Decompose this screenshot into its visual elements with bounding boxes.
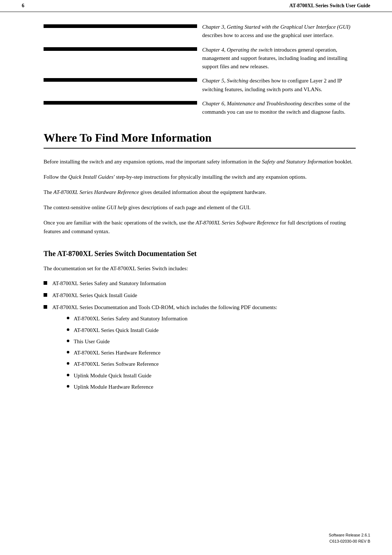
bullet-text: AT-8700XL Series Quick Install Guide <box>52 291 137 300</box>
bullet-dot-icon <box>67 340 69 342</box>
bullet-icon <box>44 281 47 285</box>
bullet-icon <box>44 101 197 105</box>
page-container: 6 AT-8700XL Series Switch User Guide Cha… <box>0 0 392 555</box>
list-item: This User Guide <box>67 337 356 346</box>
bullet-text: Chapter 6, Maintenance and Troubleshooti… <box>202 100 356 117</box>
list-item: Chapter 4, Operating the switch introduc… <box>44 46 356 71</box>
page-number: 6 <box>22 3 24 9</box>
bullet-icon <box>44 293 47 297</box>
doc-list: AT-8700XL Series Safety and Statutory In… <box>44 279 356 394</box>
bullet-text: AT-8700XL Series Documentation and Tools… <box>52 303 356 394</box>
footer-line1: Software Release 2.6.1 <box>329 532 370 538</box>
sub-bullet-text: AT-8700XL Series Safety and Statutory In… <box>74 315 187 323</box>
body-paragraph-3: The AT-8700XL Series Hardware Reference … <box>44 188 356 197</box>
bullet-dot-icon <box>67 385 69 388</box>
list-item: AT-8700XL Series Hardware Reference <box>67 349 356 357</box>
body-paragraph-1: Before installing the switch and any exp… <box>44 157 356 166</box>
bullet-icon <box>44 24 197 28</box>
list-item: Chapter 3, Getting Started with the Grap… <box>44 23 356 40</box>
sub-bullet-text-uplink-quick: Uplink Module Quick Install Guide <box>74 372 151 380</box>
subsection-title: The AT-8700XL Series Switch Documentatio… <box>44 249 356 258</box>
sub-bullet-list: AT-8700XL Series Safety and Statutory In… <box>67 315 356 391</box>
list-item: Chapter 5, Switching describes how to co… <box>44 77 356 94</box>
bullet-text: Chapter 3, Getting Started with the Grap… <box>202 23 356 40</box>
list-item: Uplink Module Quick Install Guide <box>67 372 356 380</box>
body-paragraph-4: The context-sensitive online GUI help gi… <box>44 203 356 212</box>
list-item: AT-8700XL Series Documentation and Tools… <box>44 303 356 394</box>
sub-bullet-text: AT-8700XL Series Hardware Reference <box>74 349 160 357</box>
bullet-text: Chapter 5, Switching describes how to co… <box>202 77 356 94</box>
list-item: AT-8700XL Series Safety and Statutory In… <box>67 315 356 323</box>
bullet-text: Chapter 4, Operating the switch introduc… <box>202 46 356 71</box>
bullet-dot-icon <box>67 317 69 319</box>
bullet-icon <box>44 47 197 51</box>
section-title: Where To Find More Information <box>44 131 356 148</box>
bullet-dot-icon <box>67 362 69 365</box>
subsection-intro: The documentation set for the AT-8700XL … <box>44 264 356 273</box>
sub-bullet-text-uplink-hw: Uplink Module Hardware Reference <box>74 383 154 391</box>
footer-line2: C613-02030-00 REV B <box>329 538 370 544</box>
content-area: Chapter 3, Getting Started with the Grap… <box>0 23 392 420</box>
footer: Software Release 2.6.1 C613-02030-00 REV… <box>329 532 370 544</box>
sub-bullet-text: AT-8700XL Series Quick Install Guide <box>74 326 159 335</box>
bullet-dot-icon <box>67 374 69 376</box>
list-item: AT-8700XL Series Software Reference <box>67 360 356 368</box>
bullet-dot-icon <box>67 351 69 353</box>
bullet-icon <box>44 78 197 82</box>
list-item: AT-8700XL Series Quick Install Guide <box>67 326 356 335</box>
body-paragraph-2: Follow the Quick Install Guides' step-by… <box>44 173 356 181</box>
bullet-text: AT-8700XL Series Safety and Statutory In… <box>52 279 166 288</box>
bullet-icon <box>44 305 47 309</box>
top-bullet-list: Chapter 3, Getting Started with the Grap… <box>44 23 356 116</box>
sub-bullet-text: AT-8700XL Series Software Reference <box>74 360 159 368</box>
list-item: Uplink Module Hardware Reference <box>67 383 356 391</box>
body-paragraph-5: Once you are familiar with the basic ope… <box>44 218 356 236</box>
list-item: AT-8700XL Series Quick Install Guide <box>44 291 356 300</box>
sub-bullet-text: This User Guide <box>74 337 110 346</box>
header-bar: 6 AT-8700XL Series Switch User Guide <box>0 0 392 12</box>
bullet-dot-icon <box>67 328 69 331</box>
list-item: Chapter 6, Maintenance and Troubleshooti… <box>44 100 356 117</box>
header-title: AT-8700XL Series Switch User Guide <box>289 3 370 9</box>
list-item: AT-8700XL Series Safety and Statutory In… <box>44 279 356 288</box>
